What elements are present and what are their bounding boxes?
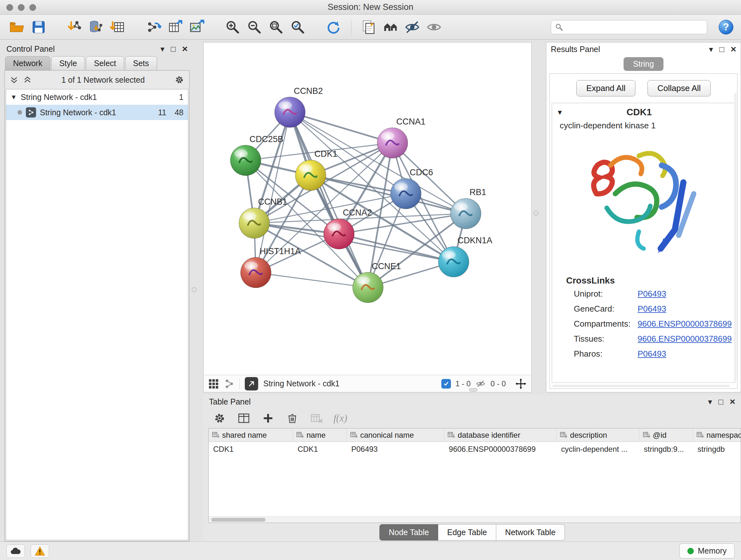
- home-views-button[interactable]: [381, 18, 400, 37]
- crosslink-link[interactable]: P06493: [637, 289, 666, 299]
- export-network-button[interactable]: [144, 18, 163, 37]
- import-network-database-button[interactable]: [87, 18, 105, 37]
- splitter-handle[interactable]: [469, 388, 477, 391]
- collapse-all-icon[interactable]: [10, 76, 18, 84]
- column-header-description[interactable]: description: [556, 428, 639, 442]
- results-menu-icon[interactable]: ▾: [709, 45, 713, 53]
- zoom-fit-button[interactable]: [267, 18, 285, 37]
- export-image-button[interactable]: [188, 18, 206, 37]
- table-cell[interactable]: CDK1: [209, 442, 293, 456]
- search-input[interactable]: [566, 23, 703, 32]
- table-cell[interactable]: stringdb:9...: [639, 442, 693, 456]
- tree-expand-icon[interactable]: ▼: [10, 94, 17, 101]
- network-node-HIST1H1A[interactable]: HIST1H1A: [241, 246, 301, 288]
- column-header-canonical-name[interactable]: canonical name: [347, 428, 445, 442]
- delete-table-icon[interactable]: [309, 411, 324, 426]
- import-table-button[interactable]: [109, 18, 127, 37]
- selected-checkbox-icon[interactable]: [441, 379, 451, 388]
- column-header--id[interactable]: @id: [639, 428, 693, 442]
- import-network-file-button[interactable]: [65, 18, 84, 37]
- table-cell[interactable]: stringdb: [693, 442, 741, 456]
- open-session-button[interactable]: [8, 18, 26, 37]
- network-graph[interactable]: CCNB2CCNA1CDC25BCDK1CDC6RB1CCNB1CCNA2CDK…: [204, 43, 531, 375]
- network-edge-CCNB2-CCNE1[interactable]: [290, 112, 368, 287]
- duplicate-document-button[interactable]: [360, 18, 378, 37]
- column-header-database-identifier[interactable]: database identifier: [444, 428, 556, 442]
- network-node-CCNE1[interactable]: CCNE1: [353, 261, 401, 303]
- tab-node-table[interactable]: Node Table: [380, 524, 438, 541]
- splitter-handle[interactable]: [534, 211, 538, 215]
- table-horizontal-scrollbar[interactable]: [209, 516, 741, 523]
- help-button[interactable]: ?: [719, 20, 733, 35]
- delete-column-trash-icon[interactable]: [285, 411, 300, 426]
- crosslink-link[interactable]: 9606.ENSP00000378699: [637, 334, 732, 344]
- refresh-view-button[interactable]: [324, 18, 343, 37]
- column-header-name[interactable]: name: [293, 428, 347, 442]
- save-session-button[interactable]: [29, 18, 48, 37]
- network-edge-HIST1H1A-CCNE1[interactable]: [256, 273, 368, 288]
- zoom-window-icon[interactable]: [29, 4, 36, 11]
- network-node-CDKN1A[interactable]: CDKN1A: [439, 236, 492, 277]
- panel-float-icon[interactable]: □: [171, 45, 176, 53]
- network-options-gear-icon[interactable]: [175, 75, 184, 84]
- tab-select[interactable]: Select: [86, 56, 124, 70]
- network-node-CCNA1[interactable]: CCNA1: [377, 117, 425, 158]
- expand-all-button[interactable]: Expand All: [576, 80, 635, 97]
- network-share-icon[interactable]: [224, 379, 234, 389]
- function-builder-button[interactable]: f(x): [333, 413, 347, 424]
- tab-edge-table[interactable]: Edge Table: [438, 524, 496, 541]
- results-close-icon[interactable]: ×: [731, 44, 736, 54]
- expand-all-icon[interactable]: [23, 76, 31, 84]
- network-edge-CCNB2-CCNA1[interactable]: [290, 112, 392, 143]
- table-close-icon[interactable]: ×: [730, 397, 735, 407]
- pan-move-icon[interactable]: [515, 378, 527, 390]
- table-options-gear-icon[interactable]: [212, 411, 227, 426]
- results-horizontal-scrollbar[interactable]: [552, 385, 730, 387]
- create-column-plus-icon[interactable]: [261, 411, 275, 426]
- network-canvas[interactable]: CCNB2CCNA1CDC25BCDK1CDC6RB1CCNB1CCNA2CDK…: [204, 43, 531, 375]
- crosslink-link[interactable]: P06493: [637, 349, 666, 359]
- column-header-namespace[interactable]: namespace: [693, 428, 741, 442]
- tab-network[interactable]: Network: [5, 56, 51, 70]
- crosslink-link[interactable]: 9606.ENSP00000378699: [637, 319, 732, 328]
- crosslink-link[interactable]: P06493: [637, 304, 666, 314]
- table-float-icon[interactable]: □: [718, 398, 723, 406]
- network-node-RB1[interactable]: RB1: [450, 188, 486, 229]
- tab-sets[interactable]: Sets: [125, 56, 157, 70]
- hide-selected-button[interactable]: [403, 18, 421, 37]
- export-table-button[interactable]: [166, 18, 185, 37]
- zoom-selected-button[interactable]: [288, 18, 307, 37]
- tab-string[interactable]: String: [623, 57, 664, 71]
- table-cell[interactable]: CDK1: [293, 442, 347, 456]
- table-cell[interactable]: 9606.ENSP00000378699: [444, 442, 556, 456]
- hidden-eye-slash-icon[interactable]: [475, 379, 486, 388]
- table-cell[interactable]: P06493: [347, 442, 445, 456]
- show-all-button[interactable]: [425, 18, 443, 37]
- open-in-window-button[interactable]: [245, 377, 258, 390]
- minimize-window-icon[interactable]: [18, 4, 24, 11]
- column-header-shared-name[interactable]: shared name: [209, 428, 293, 442]
- cloud-status-button[interactable]: [6, 544, 25, 558]
- network-node-CDK1[interactable]: CDK1: [295, 149, 337, 190]
- table-menu-icon[interactable]: ▾: [708, 398, 712, 406]
- scrollbar-thumb[interactable]: [211, 518, 266, 522]
- card-collapse-icon[interactable]: ▾: [558, 108, 562, 117]
- panel-menu-icon[interactable]: ▾: [160, 45, 165, 53]
- tab-network-table[interactable]: Network Table: [496, 524, 565, 541]
- traffic-lights[interactable]: [6, 4, 36, 11]
- collapse-all-button[interactable]: Collapse All: [648, 80, 711, 97]
- results-vertical-scrollbar[interactable]: [734, 93, 737, 382]
- network-row[interactable]: String Network - cdk1 11 48: [6, 105, 188, 120]
- network-collection-row[interactable]: ▼ String Network - cdk1 1: [6, 89, 188, 105]
- show-columns-icon[interactable]: [237, 411, 251, 426]
- results-float-icon[interactable]: □: [719, 45, 724, 53]
- network-node-CCNB2[interactable]: CCNB2: [275, 86, 323, 127]
- tab-style[interactable]: Style: [51, 56, 85, 70]
- table-row[interactable]: CDK1CDK1P064939606.ENSP00000378699cyclin…: [209, 442, 741, 456]
- birdseye-grid-icon[interactable]: [208, 378, 219, 389]
- warnings-button[interactable]: [30, 544, 49, 558]
- zoom-out-button[interactable]: [245, 18, 264, 37]
- zoom-in-button[interactable]: [223, 18, 242, 37]
- table-cell[interactable]: cyclin-dependent ...: [556, 442, 639, 456]
- close-window-icon[interactable]: [6, 4, 13, 11]
